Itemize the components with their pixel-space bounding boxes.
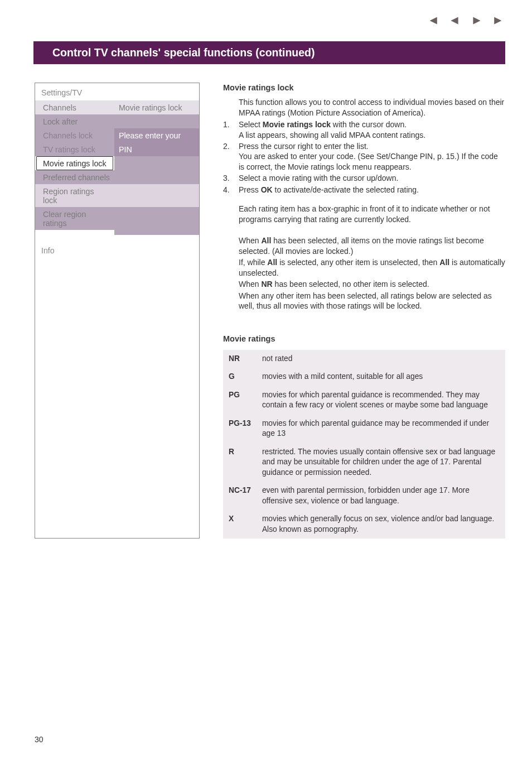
step-item: Select Movie ratings lock with the curso… — [239, 119, 505, 140]
steps-list: Select Movie ratings lock with the curso… — [223, 119, 505, 195]
settings-row: Clear region ratings — [35, 207, 199, 230]
first-icon[interactable] — [426, 16, 438, 28]
settings-table: ChannelsMovie ratings lockLock afterChan… — [35, 100, 199, 235]
section-title: Movie ratings lock — [223, 83, 505, 93]
main-text: Movie ratings lock This function allows … — [223, 83, 505, 539]
settings-row: Region ratings lock — [35, 184, 199, 207]
rating-row: NC-17even with parental permission, forb… — [223, 482, 505, 510]
rating-row: Xmovies which generally focus on sex, vi… — [223, 510, 505, 539]
ratings-title: Movie ratings — [223, 334, 505, 344]
after-steps: Each rating item has a box-graphic in fr… — [223, 204, 505, 311]
settings-row — [35, 230, 199, 235]
panel-header: Settings/TV — [35, 83, 199, 100]
settings-row: Movie ratings lock — [35, 156, 199, 170]
note-1: Each rating item has a box-graphic in fr… — [239, 204, 505, 224]
next-icon[interactable] — [471, 16, 483, 28]
ratings-table: NRnot ratedGmovies with a mild content, … — [223, 350, 505, 539]
note-3: If, while All is selected, any other ite… — [239, 257, 505, 278]
page-title-bar: Control TV channels' special functions (… — [33, 41, 505, 64]
settings-row: Channels lockPlease enter your — [35, 128, 199, 142]
step-item: Press the cursor right to enter the list… — [239, 141, 505, 172]
rating-row: Gmovies with a mild content, suitable fo… — [223, 368, 505, 386]
settings-row: ChannelsMovie ratings lock — [35, 100, 199, 114]
rating-row: Rrestricted. The movies usually contain … — [223, 443, 505, 482]
settings-panel: Settings/TV ChannelsMovie ratings lockLo… — [35, 83, 200, 539]
rating-row: PG-13movies for which parental guidance … — [223, 415, 505, 443]
rating-row: NRnot rated — [223, 350, 505, 368]
ratings-section: Movie ratings NRnot ratedGmovies with a … — [223, 334, 505, 539]
rating-row: PGmovies for which parental guidance is … — [223, 386, 505, 415]
panel-footer: Info — [35, 235, 199, 265]
nav-controls — [426, 16, 505, 28]
note-5: When any other item has been selected, a… — [239, 291, 505, 311]
settings-row: Preferred channels — [35, 170, 199, 184]
step-item: Select a movie rating with the cursor up… — [239, 173, 505, 183]
note-2: When All has been selected, all items on… — [239, 235, 505, 256]
note-4: When NR has been selected, no other item… — [239, 279, 505, 289]
prev-icon[interactable] — [448, 16, 461, 28]
settings-row: Lock after — [35, 114, 199, 128]
intro-text: This function allows you to control acce… — [223, 97, 505, 118]
step-item: Press OK to activate/de-activate the sel… — [239, 185, 505, 195]
settings-row: TV ratings lockPIN — [35, 142, 199, 156]
page-number: 30 — [35, 735, 43, 744]
last-icon[interactable] — [493, 16, 505, 28]
